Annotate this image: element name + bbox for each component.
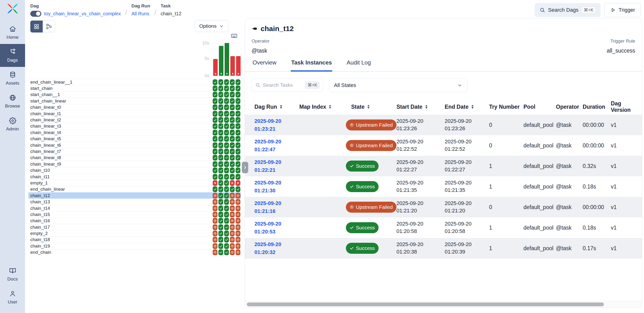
task-instance-chip-success[interactable] <box>236 123 240 129</box>
tab-task-instances[interactable]: Task Instances <box>291 59 332 72</box>
task-instance-chip-success[interactable] <box>230 79 235 85</box>
task-instance-chip-success[interactable] <box>218 193 223 199</box>
task-instance-chip-success[interactable] <box>236 111 240 117</box>
tab-overview[interactable]: Overview <box>252 59 277 72</box>
task-row[interactable]: chain_linear_t3 <box>28 123 241 129</box>
task-instance-chip-success[interactable] <box>218 86 223 91</box>
task-row[interactable]: start_chain__1 <box>28 92 241 98</box>
sidebar-item-assets[interactable]: Assets <box>0 67 25 90</box>
task-row[interactable]: chain_linear_t1 <box>28 110 241 117</box>
task-instance-chip-upstream_failed[interactable] <box>236 224 240 230</box>
task-instance-chip-upstream_failed[interactable] <box>236 212 240 217</box>
task-instance-chip-success[interactable] <box>230 92 235 98</box>
task-instance-chip-upstream_failed[interactable] <box>213 231 218 236</box>
task-instance-chip-success[interactable] <box>224 180 229 186</box>
task-instance-chip-success[interactable] <box>213 136 218 142</box>
task-instance-chip-success[interactable] <box>218 174 223 180</box>
dag-run-duration-bar[interactable] <box>219 46 224 76</box>
task-instance-chip-upstream_failed[interactable] <box>230 193 235 199</box>
sidebar-item-docs[interactable]: Docs <box>0 263 25 286</box>
task-instance-chip-success[interactable] <box>213 123 218 129</box>
task-instance-chip-upstream_failed[interactable] <box>230 249 235 255</box>
task-instance-chip-upstream_failed[interactable] <box>213 218 218 224</box>
task-instance-chip-success[interactable] <box>230 123 235 129</box>
task-instance-chip-upstream_failed[interactable] <box>236 205 240 211</box>
task-instance-chip-success[interactable] <box>224 130 229 135</box>
task-instance-chip-failed[interactable] <box>230 180 235 186</box>
task-instance-chip-upstream_failed[interactable] <box>236 218 240 224</box>
task-instance-chip-success[interactable] <box>218 205 223 211</box>
task-row[interactable]: chain_t13 <box>28 199 241 205</box>
task-instance-chip-success[interactable] <box>224 218 229 224</box>
task-instance-chip-success[interactable] <box>218 123 223 129</box>
task-instance-chip-success[interactable] <box>218 218 223 224</box>
task-row[interactable]: chain_linear_t2 <box>28 117 241 123</box>
task-instance-chip-success[interactable] <box>213 98 218 104</box>
task-row[interactable]: chain_t16 <box>28 218 241 224</box>
task-instance-chip-upstream_failed[interactable] <box>236 237 240 242</box>
task-instance-chip-success[interactable] <box>230 167 235 173</box>
task-instance-chip-success[interactable] <box>213 92 218 98</box>
keyboard-shortcuts-icon[interactable] <box>231 33 238 39</box>
dag-run-link[interactable]: 2025-09-2001:21:30 <box>254 180 282 194</box>
task-row[interactable]: chain_t19 <box>28 243 241 249</box>
task-instance-chip-success[interactable] <box>218 155 223 161</box>
task-row[interactable]: chain_linear_t6 <box>28 142 241 148</box>
search-tasks-input[interactable] <box>263 82 303 88</box>
task-instance-chip-success[interactable] <box>230 174 235 180</box>
task-instance-chip-upstream_failed[interactable] <box>230 205 235 211</box>
task-instance-chip-success[interactable] <box>218 104 223 110</box>
task-row[interactable]: start_chain <box>28 85 241 91</box>
dag-run-link[interactable]: 2025-09-2001:22:21 <box>254 159 282 173</box>
task-instance-chip-success[interactable] <box>224 212 229 217</box>
tab-audit-log[interactable]: Audit Log <box>346 59 371 72</box>
task-instance-chip-success[interactable] <box>236 149 240 154</box>
graph-view-button[interactable] <box>43 21 55 33</box>
task-instance-chip-success[interactable] <box>213 79 218 85</box>
column-header-state[interactable]: State <box>351 104 396 110</box>
task-instance-chip-success[interactable] <box>224 174 229 180</box>
task-instance-chip-success[interactable] <box>218 249 223 255</box>
airflow-logo[interactable] <box>6 3 19 15</box>
task-row[interactable]: empty_2 <box>28 230 241 236</box>
task-instance-chip-upstream_failed[interactable] <box>236 193 240 199</box>
task-instance-chip-success[interactable] <box>218 243 223 249</box>
task-instance-chip-success[interactable] <box>236 167 240 173</box>
task-instance-chip-upstream_failed[interactable] <box>236 231 240 236</box>
task-instance-chip-upstream_failed[interactable] <box>213 243 218 249</box>
task-instance-chip-success[interactable] <box>236 142 240 148</box>
task-instance-chip-upstream_failed[interactable] <box>230 243 235 249</box>
task-instance-chip-success[interactable] <box>224 243 229 249</box>
task-instance-chip-success[interactable] <box>218 149 223 154</box>
task-instance-chip-success[interactable] <box>224 86 229 91</box>
task-instance-chip-upstream_failed[interactable] <box>213 199 218 205</box>
dag-run-link[interactable]: 2025-09-2001:22:47 <box>254 139 282 152</box>
task-instance-chip-success[interactable] <box>213 142 218 148</box>
task-instance-chip-success[interactable] <box>224 237 229 242</box>
task-row[interactable]: chain_linear_t9 <box>28 161 241 167</box>
task-instance-chip-upstream_failed[interactable] <box>213 205 218 211</box>
task-instance-chip-success[interactable] <box>236 186 240 192</box>
task-instance-chip-success[interactable] <box>213 186 218 192</box>
task-row[interactable]: end_chain_linear__1 <box>28 79 241 85</box>
sidebar-item-browse[interactable]: Browse <box>0 90 25 113</box>
task-instance-chip-upstream_failed[interactable] <box>230 199 235 205</box>
state-filter-select[interactable]: All States <box>329 78 467 92</box>
task-instance-chip-success[interactable] <box>224 155 229 161</box>
task-instance-chip-success[interactable] <box>218 92 223 98</box>
task-instance-chip-upstream_failed[interactable] <box>230 212 235 217</box>
task-instance-chip-success[interactable] <box>230 161 235 167</box>
dag-run-duration-bar[interactable] <box>224 43 229 76</box>
task-row[interactable]: chain_t18 <box>28 236 241 243</box>
task-instance-chip-success[interactable] <box>224 142 229 148</box>
task-instance-chip-success[interactable] <box>213 86 218 91</box>
task-instance-chip-success[interactable] <box>230 142 235 148</box>
task-instance-chip-success[interactable] <box>230 186 235 192</box>
task-instance-chip-success[interactable] <box>213 130 218 135</box>
task-row[interactable]: chain_t11 <box>28 173 241 180</box>
task-instance-chip-success[interactable] <box>224 167 229 173</box>
task-row[interactable]: chain_t15 <box>28 211 241 217</box>
task-instance-chip-success[interactable] <box>236 130 240 135</box>
task-instance-chip-failed[interactable] <box>236 180 240 186</box>
task-instance-chip-success[interactable] <box>224 79 229 85</box>
